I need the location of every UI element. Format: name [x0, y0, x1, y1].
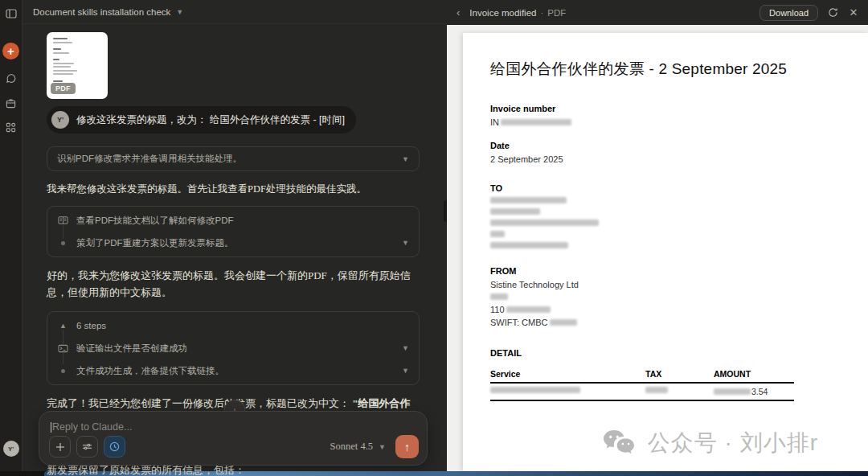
refresh-icon[interactable]	[826, 6, 839, 19]
swift-prefix: SWIFT: CMBC	[490, 318, 548, 327]
history-clock-button[interactable]	[104, 436, 125, 458]
to-section: TO	[490, 183, 833, 248]
date-label: Date	[490, 141, 833, 150]
user-message-bubble: Y' 修改这张发票的标题，改为： 给国外合作伙伴的发票 - [时间]	[47, 106, 356, 133]
to-label: TO	[490, 183, 833, 193]
left-rail: + Y'	[0, 0, 23, 471]
steps-group-box[interactable]: ▲ 6 steps 验证输出文件是否创建成功 ▼ 文件成功生成，准备提供下载链接…	[47, 311, 420, 385]
redacted-invoice-number	[501, 119, 571, 125]
model-selector[interactable]: Sonnet 4.5 ▼	[330, 441, 386, 453]
chat-body: PDF Y' 修改这张发票的标题，改为： 给国外合作伙伴的发票 - [时间] 识…	[23, 24, 447, 476]
invoice-number-section: Invoice number IN	[490, 104, 833, 127]
steps-count-label: 6 steps	[76, 321, 409, 330]
from-section: FROM Sistine Technology Ltd 110 SWIFT: C…	[490, 266, 833, 327]
service-column-header: Service	[490, 369, 645, 379]
download-button[interactable]: Download	[760, 5, 818, 21]
tools-sliders-button[interactable]	[76, 436, 98, 458]
chevron-down-icon[interactable]: ▼	[402, 155, 409, 163]
thinking-step-label: 识别PDF修改需求并准备调用相关技能处理。	[57, 153, 402, 165]
bullet-dot-icon	[57, 369, 69, 373]
attach-button[interactable]	[49, 436, 71, 458]
back-chevron-icon[interactable]: ‹	[457, 6, 460, 18]
chevron-down-icon: ▼	[379, 443, 386, 451]
invoice-title: 给国外合作伙伴的发票 - 2 September 2025	[490, 59, 833, 80]
detail-label: DETAIL	[490, 348, 833, 358]
artifact-title: Invoice modified	[469, 8, 536, 18]
table-row: 3.54	[490, 384, 794, 401]
user-message-text: 修改这张发票的标题，改为： 给国外合作伙伴的发票 - [时间]	[76, 113, 345, 127]
completion-text: 完成了！我已经为您创建了一份修改后的发票，标题已改为中文：	[47, 397, 350, 409]
composer-toolbar: Sonnet 4.5 ▼ ↑	[49, 435, 419, 458]
screen: + Y' Document skills installation check …	[0, 0, 868, 476]
model-name: Sonnet 4.5	[330, 441, 373, 453]
plan-step-row[interactable]: 策划了PDF重建方案以更新发票标题。 ▼	[57, 232, 409, 254]
assistant-paragraph-2: 好的，我来为您修改这张发票的标题。我会创建一个新的PDF，保留所有原始信息，但使…	[47, 267, 420, 301]
pdf-page: 给国外合作伙伴的发票 - 2 September 2025 Invoice nu…	[463, 33, 868, 471]
detail-section: DETAIL Service TAX AMOUNT	[490, 348, 833, 401]
message-composer[interactable]: Reply to Claude... Sonnet 4.5 ▼	[39, 411, 428, 466]
text-caret	[51, 422, 51, 433]
tax-column-header: TAX	[645, 369, 714, 379]
reply-placeholder: Reply to Claude...	[52, 421, 132, 433]
from-company: Sistine Technology Ltd	[490, 280, 833, 289]
date-value: 2 September 2025	[490, 154, 833, 164]
sidebar-toggle-icon[interactable]	[5, 7, 18, 20]
user-avatar[interactable]: Y'	[3, 441, 19, 457]
document-skill-icon	[57, 215, 69, 225]
chevron-down-icon[interactable]: ▼	[402, 239, 409, 247]
claude-app-window: + Y' Document skills installation check …	[0, 0, 868, 471]
amount-column-header: AMOUNT	[714, 369, 794, 379]
amount-value-suffix: 3.54	[751, 387, 768, 396]
preview-actions: Download ✕	[760, 5, 860, 21]
user-message-avatar: Y'	[51, 111, 69, 129]
watermark: 公众号 · 刘小排r	[601, 428, 818, 458]
chevron-down-icon[interactable]: ▼	[176, 8, 183, 16]
steps-toggle-row[interactable]: ▲ 6 steps	[57, 314, 409, 337]
from-account-prefix: 110	[490, 305, 505, 314]
wechat-icon	[601, 429, 637, 458]
apps-grid-icon[interactable]	[5, 121, 18, 133]
table-header-row: Service TAX AMOUNT	[490, 369, 794, 384]
from-label: FROM	[490, 266, 833, 276]
chevron-down-icon[interactable]: ▼	[402, 367, 409, 375]
invoice-number-label: Invoice number	[490, 104, 833, 113]
tool-step-row[interactable]: 查看PDF技能文档以了解如何修改PDF	[57, 209, 409, 232]
date-section: Date 2 September 2025	[490, 141, 833, 164]
user-message-row: Y' 修改这张发票的标题，改为： 给国外合作伙伴的发票 - [时间]	[47, 106, 420, 133]
new-chat-button[interactable]: +	[2, 43, 19, 60]
bullet-dot-icon	[57, 241, 69, 245]
generated-step-label: 文件成功生成，准备提供下载链接。	[76, 365, 402, 377]
pdf-viewer[interactable]: 给国外合作伙伴的发票 - 2 September 2025 Invoice nu…	[447, 25, 868, 471]
send-button[interactable]: ↑	[395, 435, 419, 458]
artifact-type-label: PDF	[547, 8, 566, 18]
pdf-attachment-thumbnail[interactable]: PDF	[47, 32, 108, 99]
watermark-text: 公众号 · 刘小排r	[648, 428, 818, 458]
artifact-preview-panel: ‹ Invoice modified · PDF Download ✕ 给国外合…	[447, 0, 868, 471]
terminal-icon	[57, 344, 69, 353]
close-icon[interactable]: ✕	[847, 6, 860, 19]
invoice-number-prefix: IN	[490, 117, 499, 127]
conversation-title: Document skills installation check	[33, 7, 170, 17]
verify-step-row[interactable]: 验证输出文件是否创建成功 ▼	[57, 337, 409, 359]
chats-icon[interactable]	[5, 72, 18, 85]
assistant-paragraph-1: 我来帮您修改这张发票的标题。首先让我查看PDF处理技能的最佳实践。	[47, 181, 420, 197]
chevron-down-icon[interactable]: ▼	[402, 344, 409, 352]
generated-step-row[interactable]: 文件成功生成，准备提供下载链接。 ▼	[57, 359, 409, 382]
tool-step-label: 查看PDF技能文档以了解如何修改PDF	[76, 215, 409, 227]
reply-input[interactable]: Reply to Claude...	[51, 420, 417, 434]
conversation-header[interactable]: Document skills installation check ▼	[23, 0, 447, 24]
thinking-step-box[interactable]: 识别PDF修改需求并准备调用相关技能处理。 ▼	[47, 146, 420, 171]
detail-table: Service TAX AMOUNT 3.54	[490, 369, 794, 401]
plan-step-label: 策划了PDF重建方案以更新发票标题。	[76, 237, 402, 249]
pdf-badge: PDF	[51, 83, 76, 94]
preview-header: ‹ Invoice modified · PDF Download ✕	[447, 0, 868, 25]
chevron-up-icon[interactable]: ▲	[57, 322, 69, 330]
tool-use-box[interactable]: 查看PDF技能文档以了解如何修改PDF 策划了PDF重建方案以更新发票标题。 ▼	[47, 206, 420, 257]
chat-panel: Document skills installation check ▼ PDF…	[23, 0, 447, 471]
projects-icon[interactable]	[5, 96, 18, 109]
verify-step-label: 验证输出文件是否创建成功	[76, 343, 402, 355]
title-separator: ·	[540, 8, 543, 18]
